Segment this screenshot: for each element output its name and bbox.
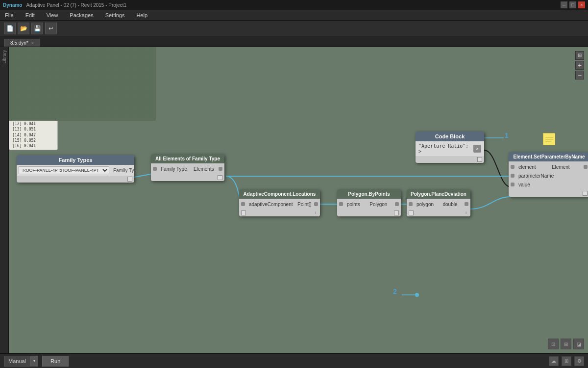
tabbar: 8.5.dyn* × [0, 36, 588, 47]
node-all-elements-checkbox-row [151, 174, 224, 181]
port-double-out[interactable] [465, 202, 468, 206]
node-set-param-checkbox-row [509, 190, 588, 197]
list-item: [16] 0.041 [12, 143, 54, 149]
node-polygon-dev-body: polygon double [407, 199, 470, 210]
new-button[interactable]: 📄 [4, 23, 16, 34]
status-icons: ☁ ⊞ ⚙ [549, 356, 584, 366]
status-cloud-icon[interactable]: ☁ [549, 356, 559, 366]
menu-packages[interactable]: Packages [68, 11, 95, 19]
canvas-grid-button[interactable]: ⊞ [561, 339, 571, 349]
port-point-label: Point[] [295, 202, 313, 207]
annotation-1: 1 [505, 131, 509, 139]
port-points-in[interactable] [339, 202, 343, 206]
status-layout-icon[interactable]: ⊞ [562, 356, 571, 366]
tab-main[interactable]: 8.5.dyn* × [4, 39, 40, 47]
statusbar: Manual ▾ Run ☁ ⊞ ⚙ [0, 353, 588, 368]
port-point-out[interactable] [314, 202, 318, 206]
menu-help[interactable]: Help [134, 11, 149, 19]
port-element-out-label: Element [550, 164, 572, 170]
sidebar-library-label[interactable]: Library [2, 50, 7, 64]
node-adaptive-row: adaptiveComponent Point[] [239, 200, 320, 209]
port-polygon-in-label: polygon [415, 202, 436, 207]
port-family-type-in[interactable] [153, 167, 157, 171]
list-item: [14] 0.047 [12, 132, 54, 138]
port-value-in[interactable] [511, 183, 514, 186]
node-polygon-by-checkbox-row [337, 210, 401, 216]
family-type-select[interactable]: ROOF-PANEL-4PT:ROOF-PANEL-4PT [19, 166, 109, 174]
node-all-elements-expand[interactable] [218, 175, 222, 180]
node-code-block-body: "Aperture Ratio"; > > [416, 141, 484, 156]
open-button[interactable]: 📂 [18, 23, 29, 34]
undo-button[interactable]: ↩ [45, 23, 57, 34]
node-code-block-expand[interactable] [477, 157, 482, 162]
node-set-param-body: element Element parameterName value [509, 161, 588, 190]
node-expand-checkbox[interactable] [127, 177, 132, 182]
family-type-label: Family Type [111, 168, 134, 173]
port-points-label: points [345, 202, 362, 207]
zoom-out-button[interactable]: − [575, 71, 584, 79]
run-mode-select[interactable]: Manual ▾ [4, 356, 38, 367]
maximize-button[interactable]: □ [569, 1, 576, 8]
node-polygon-plane-deviation[interactable]: Polygon.PlaneDeviation polygon double i [407, 189, 470, 216]
node-all-elements[interactable]: All Elements of Family Type Family Type … [151, 154, 224, 181]
node-family-types[interactable]: Family Types ROOF-PANEL-4PT:ROOF-PANEL-4… [17, 155, 134, 183]
port-polygon-out[interactable] [395, 202, 399, 206]
run-button[interactable]: Run [42, 356, 69, 367]
node-set-parameter-by-name[interactable]: Element.SetParameterByName element Eleme… [509, 152, 588, 197]
run-mode-chevron[interactable]: ▾ [30, 356, 38, 367]
port-polygon-in[interactable] [409, 202, 413, 206]
node-polygon-dev-row: polygon double [407, 200, 470, 209]
node-polygon-by-body: points Polygon [337, 199, 401, 210]
close-button[interactable]: × [578, 1, 585, 8]
titlebar: Dynamo Adaptive Panel - 02 (7) - Revit 2… [0, 0, 588, 10]
node-polygon-dev-expand[interactable] [409, 210, 414, 215]
canvas-bottom-icons: ⊡ ⊞ ◪ [548, 339, 584, 349]
code-block-text: "Aperture Ratio"; > [418, 143, 471, 154]
zoom-in-button[interactable]: + [575, 61, 584, 70]
node-set-param-expand[interactable] [583, 191, 588, 196]
port-value-label: value [516, 182, 532, 187]
port-adaptive-in[interactable] [241, 202, 245, 206]
zoom-reset-button[interactable]: ⊞ [575, 51, 584, 60]
menu-file[interactable]: File [3, 11, 16, 19]
svg-rect-1 [9, 47, 156, 121]
family-types-dropdown: ROOF-PANEL-4PT:ROOF-PANEL-4PT Family Typ… [17, 165, 134, 176]
port-element-in[interactable] [511, 165, 514, 169]
node-polygon-dev-checkbox-row: i [407, 210, 470, 216]
port-family-type-label: Family Type [159, 166, 189, 172]
titlebar-left: Dynamo Adaptive Panel - 02 (7) - Revit 2… [3, 2, 126, 8]
node-polygon-by-points[interactable]: Polygon.ByPoints points Polygon [337, 189, 401, 216]
node-polygon-by-expand[interactable] [394, 210, 399, 215]
node-family-types-header: Family Types [17, 155, 134, 165]
node-set-param-value-row: value [509, 180, 588, 189]
canvas-3d-button[interactable]: ◪ [573, 339, 584, 349]
port-element-out[interactable] [584, 165, 588, 169]
save-button[interactable]: 💾 [31, 23, 43, 34]
list-item: [13] 0.051 [12, 127, 54, 132]
sticky-note[interactable] [543, 133, 555, 145]
port-param-in[interactable] [511, 174, 514, 178]
main-area: Library [0, 47, 588, 353]
run-mode-label: Manual [4, 358, 30, 364]
canvas[interactable]: 1 2 Family Types ROOF-PANEL-4PT:ROOF-PAN… [9, 47, 588, 353]
code-block-port[interactable]: > [473, 145, 481, 153]
node-adaptive-expand[interactable] [241, 210, 246, 215]
canvas-fit-button[interactable]: ⊡ [548, 339, 559, 349]
node-adaptive-component[interactable]: AdaptiveComponent.Locations adaptiveComp… [239, 189, 320, 216]
status-settings-icon[interactable]: ⚙ [574, 356, 584, 366]
menu-edit[interactable]: Edit [24, 11, 37, 19]
annotation-2: 2 [393, 288, 397, 295]
node-checkbox-row [17, 176, 134, 183]
port-polygon-label: Polygon [368, 202, 389, 207]
node-set-param-header: Element.SetParameterByName [509, 152, 588, 161]
port-elements-label: Elements [192, 166, 216, 172]
menu-view[interactable]: View [45, 11, 60, 19]
port-adaptive-label: adaptiveComponent [247, 202, 295, 207]
port-elements-out[interactable] [219, 167, 222, 171]
menu-settings[interactable]: Settings [103, 11, 127, 19]
titlebar-controls: ─ □ × [561, 1, 585, 8]
node-code-block[interactable]: Code Block "Aperture Ratio"; > > [416, 131, 484, 163]
canvas-background [9, 47, 156, 121]
tab-close-button[interactable]: × [31, 41, 34, 46]
minimize-button[interactable]: ─ [561, 1, 567, 8]
